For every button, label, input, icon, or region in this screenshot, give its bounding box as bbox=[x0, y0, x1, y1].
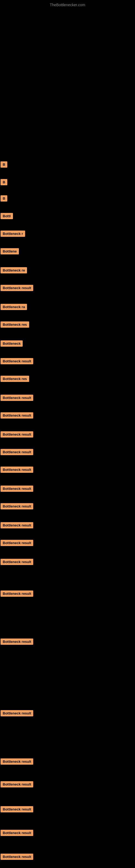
bottleneck-result-label: Bottleneck result bbox=[1, 639, 33, 645]
bottleneck-result-label: Bottleneck res bbox=[1, 376, 29, 382]
bottleneck-result-label: Bottleneck result bbox=[1, 559, 33, 565]
bottleneck-result-label: Bottleneck result bbox=[1, 412, 33, 418]
bottleneck-result-label: Bottleneck result bbox=[1, 781, 33, 787]
bottleneck-result-label: Bottleneck result bbox=[1, 486, 33, 492]
bottleneck-result-label: Bottleneck result bbox=[1, 358, 33, 364]
bottleneck-result-label: Bottleneck result bbox=[1, 758, 33, 765]
bottleneck-result-label: Bottleneck ra bbox=[1, 304, 27, 310]
bottleneck-result-label: Bottleneck result bbox=[1, 854, 33, 860]
bottleneck-result-label: Bottleneck result bbox=[1, 522, 33, 528]
site-title: TheBottlenecker.com bbox=[0, 0, 135, 8]
bottleneck-result-label: Bottleneck result bbox=[1, 285, 33, 291]
bottleneck-result-label: Bottleneck result bbox=[1, 540, 33, 546]
bottleneck-result-label: Bottleneck r bbox=[1, 230, 25, 237]
bottleneck-result-label: B bbox=[1, 195, 7, 202]
bottleneck-result-label: Bottleneck result bbox=[1, 806, 33, 812]
bottleneck-result-label: Bottleneck result bbox=[1, 503, 33, 509]
bottleneck-result-label: Bottleneck result bbox=[1, 830, 33, 836]
bottleneck-result-label: B bbox=[1, 161, 7, 167]
bottleneck-result-label: Bottleneck result bbox=[1, 710, 33, 716]
bottleneck-result-label: Bottleneck re bbox=[1, 267, 27, 273]
bottleneck-result-label: Bottleneck result bbox=[1, 449, 33, 455]
bottleneck-result-label: Bottleneck res bbox=[1, 321, 29, 328]
bottleneck-result-label: Bottleneck result bbox=[1, 431, 33, 437]
bottleneck-result-label: Bottleneck result bbox=[1, 467, 33, 473]
bottleneck-result-label: Bottl bbox=[1, 213, 13, 219]
main-area: TheBottlenecker.com BBBBottlBottleneck r… bbox=[0, 0, 135, 868]
bottleneck-result-label: Bottlene bbox=[1, 248, 19, 254]
bottleneck-result-label: B bbox=[1, 179, 7, 185]
bottleneck-result-label: Bottleneck result bbox=[1, 395, 33, 401]
bottleneck-result-label: Bottleneck bbox=[1, 340, 23, 347]
bottleneck-result-label: Bottleneck result bbox=[1, 590, 33, 597]
